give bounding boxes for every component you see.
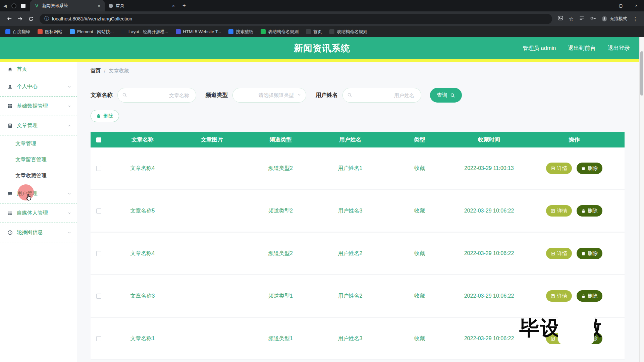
batch-delete-button[interactable]: 删除 [91,110,119,122]
page-scrollbar[interactable] [639,37,644,362]
delete-button[interactable]: 删除 [577,205,602,217]
bookmark-item[interactable]: Element - 网站快... [70,29,114,35]
trash-icon [581,166,586,171]
channel-cell: 频道类型1 [246,335,315,342]
media-back-icon[interactable]: ◀ [3,3,7,8]
chevron-up-icon [67,124,71,128]
channel-cell: 频道类型2 [246,165,315,172]
table-row: 文章名称5 频道类型2 用户姓名3 收藏 2022-03-29 10:06:22… [91,190,625,233]
bookmark-star-icon[interactable]: ☆ [569,16,574,22]
logout-link[interactable]: 退出登录 [608,45,630,52]
bookmark-item[interactable]: HTML5 Website T... [176,29,221,34]
site-info-icon[interactable]: ⓘ [44,16,49,22]
favicon [5,29,10,34]
sidebar-item-carousel-info[interactable]: 轮播图信息 [0,223,77,242]
stop-icon[interactable] [21,4,25,8]
accent-bar [0,59,644,62]
exit-to-front-link[interactable]: 退出到前台 [568,45,596,52]
filter-bar: 文章名称 频道类型 请选择频道类型 用户姓名 [91,88,625,103]
forward-icon[interactable] [15,13,25,24]
row-checkbox[interactable] [96,294,101,299]
delete-button-label: 删除 [588,293,598,299]
row-checkbox[interactable] [96,251,101,256]
user-icon [7,84,13,89]
browser-menu-icon[interactable]: ⋮ [633,16,638,22]
tab-close-icon[interactable]: × [96,3,102,9]
row-checkbox[interactable] [96,336,101,341]
back-icon[interactable] [4,13,15,24]
favicon [70,29,75,34]
address-bar[interactable]: ⓘ localhost:8081/#/wenzhangCollection [40,14,552,24]
bookmark-item[interactable]: 表结构命名规则 [329,29,367,35]
sidebar-item-article-management[interactable]: 文章管理 [0,116,77,135]
reload-icon[interactable] [25,13,36,24]
search-button[interactable]: 查询 [430,88,462,103]
sidebar-subitem-label: 文章管理 [15,140,36,147]
favicon [329,29,334,34]
sidebar-subitem-article[interactable]: 文章管理 [0,135,77,152]
sidebar-subitem-article-collection[interactable]: 文章收藏管理 [0,168,77,184]
time-cell: 2022-03-29 10:06:22 [454,336,524,342]
select-placeholder: 请选择频道类型 [259,92,294,99]
sidebar-item-media-person[interactable]: 自媒体人管理 [0,203,77,223]
new-tab-button[interactable]: + [179,1,189,10]
table-row: 文章名称4 频道类型2 用户姓名1 收藏 2022-03-29 11:00:13… [91,147,625,190]
chevron-down-icon [67,192,71,196]
detail-button[interactable]: 详情 [546,290,572,302]
header-links: 管理员 admin 退出到前台 退出登录 [523,37,630,59]
reading-list-icon[interactable] [579,15,585,22]
user-cell: 用户姓名3 [315,207,385,215]
delete-button[interactable]: 删除 [577,248,602,259]
tab-close-icon[interactable]: × [170,3,176,9]
channel-type-select[interactable]: 请选择频道类型 [232,88,306,103]
row-checkbox[interactable] [96,166,101,171]
type-cell: 收藏 [385,293,454,300]
record-icon[interactable] [11,3,16,8]
bookmark-item[interactable]: 首页 [306,29,322,35]
time-cell: 2022-03-29 10:06:22 [454,208,524,214]
bookmark-item[interactable]: 表结构命名规则 [261,29,299,35]
mouse-cursor-icon [25,193,32,202]
detail-icon [551,294,555,298]
close-window-icon[interactable]: × [629,0,644,11]
sidebar-item-basic-data[interactable]: 基础数据管理 [0,97,77,116]
bookmark-item[interactable]: 搜索壁纸 [228,29,253,35]
sidebar-item-home[interactable]: 首页 [0,62,77,77]
sidebar-subitem-article-comments[interactable]: 文章留言管理 [0,152,77,168]
browser-tab-news-system[interactable]: V 新闻资讯系统 × [30,0,105,11]
password-key-icon[interactable] [590,15,596,22]
user-cell: 用户姓名1 [315,165,385,172]
scrollbar-thumb[interactable] [640,51,643,96]
minimize-icon[interactable]: ─ [598,0,613,11]
delete-button[interactable]: 删除 [577,290,602,302]
sidebar-item-user-management[interactable]: 用户管理 [0,184,77,203]
table-row: 文章名称4 频道类型2 用户姓名2 收藏 2022-03-29 10:06:22… [91,233,625,275]
detail-button[interactable]: 详情 [546,163,572,174]
select-all-checkbox[interactable] [96,137,101,142]
bookmark-item[interactable]: 图标网站 [38,29,62,35]
user-cell: 用户姓名2 [315,250,385,257]
browser-tab-home[interactable]: 首页 × [105,0,179,11]
maximize-icon[interactable]: ▢ [613,0,629,11]
detail-icon [551,209,555,213]
sidebar-item-label: 基础数据管理 [17,103,63,110]
breadcrumb-root[interactable]: 首页 [91,68,101,74]
sidebar-item-personal-center[interactable]: 个人中心 [0,77,77,97]
detail-button-label: 详情 [557,165,567,172]
screenshot-icon[interactable] [557,15,564,22]
breadcrumb-separator: / [104,68,105,74]
delete-button[interactable]: 删除 [577,163,602,174]
sidebar-subitem-label: 文章收藏管理 [15,172,47,179]
profile-chip[interactable]: 无痕模式 [601,16,627,22]
user-name-input[interactable] [342,88,421,103]
bookmark-item[interactable]: Layui - 经典开源模... [121,29,168,35]
row-checkbox[interactable] [96,208,101,214]
detail-button[interactable]: 详情 [546,248,572,259]
trash-icon [581,209,586,213]
article-name-input[interactable] [117,88,196,103]
vue-favicon: V [34,3,39,8]
delete-button-label: 删除 [588,165,598,172]
watermark-cover-box [558,312,594,344]
bookmark-item[interactable]: 百度翻译 [5,29,30,35]
detail-button[interactable]: 详情 [546,205,572,217]
